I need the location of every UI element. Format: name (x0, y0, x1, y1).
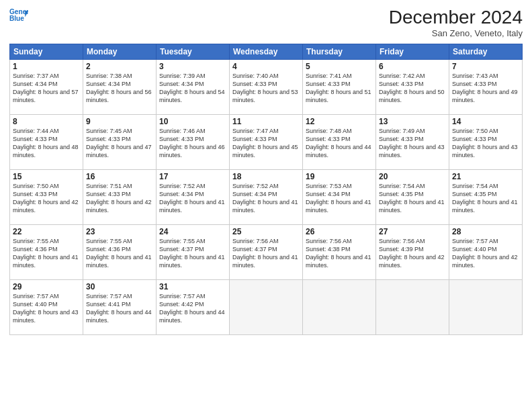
calendar-week-row: 8Sunrise: 7:44 AMSunset: 4:33 PMDaylight… (10, 115, 523, 170)
day-number: 1 (13, 62, 80, 71)
day-number: 24 (159, 227, 226, 236)
day-number: 13 (379, 117, 446, 126)
logo-icon: General Blue (9, 7, 28, 26)
calendar-day: 16Sunrise: 7:51 AMSunset: 4:33 PMDayligh… (83, 170, 157, 225)
calendar-day (449, 280, 523, 335)
day-info: Sunrise: 7:44 AMSunset: 4:33 PMDaylight:… (13, 127, 80, 160)
calendar-day: 24Sunrise: 7:55 AMSunset: 4:37 PMDayligh… (157, 225, 230, 280)
day-number: 31 (159, 282, 226, 291)
day-number: 23 (86, 227, 153, 236)
calendar-day: 31Sunrise: 7:57 AMSunset: 4:42 PMDayligh… (157, 280, 230, 335)
calendar-header-row: SundayMondayTuesdayWednesdayThursdayFrid… (10, 44, 523, 60)
day-number: 18 (232, 172, 300, 181)
calendar-day: 27Sunrise: 7:56 AMSunset: 4:39 PMDayligh… (376, 225, 449, 280)
calendar-day: 22Sunrise: 7:55 AMSunset: 4:36 PMDayligh… (10, 225, 83, 280)
day-info: Sunrise: 7:47 AMSunset: 4:33 PMDaylight:… (232, 127, 300, 160)
day-info: Sunrise: 7:40 AMSunset: 4:33 PMDaylight:… (232, 72, 300, 105)
calendar-week-row: 15Sunrise: 7:50 AMSunset: 4:33 PMDayligh… (10, 170, 523, 225)
day-info: Sunrise: 7:55 AMSunset: 4:36 PMDaylight:… (86, 237, 153, 270)
calendar-day: 3Sunrise: 7:39 AMSunset: 4:34 PMDaylight… (157, 60, 230, 115)
page: General Blue December 2024 San Zeno, Ven… (0, 0, 532, 411)
day-info: Sunrise: 7:54 AMSunset: 4:35 PMDaylight:… (452, 182, 519, 215)
calendar-day (230, 280, 303, 335)
day-of-week-header: Friday (376, 44, 449, 60)
calendar-day: 12Sunrise: 7:48 AMSunset: 4:33 PMDayligh… (303, 115, 376, 170)
day-info: Sunrise: 7:37 AMSunset: 4:34 PMDaylight:… (13, 72, 80, 105)
calendar-day: 19Sunrise: 7:53 AMSunset: 4:34 PMDayligh… (303, 170, 376, 225)
day-info: Sunrise: 7:46 AMSunset: 4:33 PMDaylight:… (159, 127, 226, 160)
day-number: 25 (232, 227, 300, 236)
day-number: 9 (86, 117, 153, 126)
calendar-day (303, 280, 376, 335)
day-number: 3 (159, 62, 226, 71)
header: General Blue December 2024 San Zeno, Ven… (9, 7, 523, 38)
day-info: Sunrise: 7:52 AMSunset: 4:34 PMDaylight:… (159, 182, 226, 215)
day-number: 8 (13, 117, 80, 126)
day-info: Sunrise: 7:55 AMSunset: 4:37 PMDaylight:… (159, 237, 226, 270)
calendar-day: 7Sunrise: 7:43 AMSunset: 4:33 PMDaylight… (449, 60, 523, 115)
calendar-day: 20Sunrise: 7:54 AMSunset: 4:35 PMDayligh… (376, 170, 449, 225)
day-number: 6 (379, 62, 446, 71)
calendar-day: 13Sunrise: 7:49 AMSunset: 4:33 PMDayligh… (376, 115, 449, 170)
day-info: Sunrise: 7:45 AMSunset: 4:33 PMDaylight:… (86, 127, 153, 160)
day-number: 10 (159, 117, 226, 126)
calendar-day: 1Sunrise: 7:37 AMSunset: 4:34 PMDaylight… (10, 60, 83, 115)
day-info: Sunrise: 7:55 AMSunset: 4:36 PMDaylight:… (13, 237, 80, 270)
day-info: Sunrise: 7:42 AMSunset: 4:33 PMDaylight:… (379, 72, 446, 105)
day-of-week-header: Monday (83, 44, 157, 60)
calendar-week-row: 1Sunrise: 7:37 AMSunset: 4:34 PMDaylight… (10, 60, 523, 115)
day-number: 17 (159, 172, 226, 181)
day-number: 20 (379, 172, 446, 181)
day-info: Sunrise: 7:39 AMSunset: 4:34 PMDaylight:… (159, 72, 226, 105)
calendar-day: 15Sunrise: 7:50 AMSunset: 4:33 PMDayligh… (10, 170, 83, 225)
day-number: 12 (306, 117, 373, 126)
calendar-day: 5Sunrise: 7:41 AMSunset: 4:33 PMDaylight… (303, 60, 376, 115)
day-number: 19 (306, 172, 373, 181)
day-of-week-header: Thursday (303, 44, 376, 60)
day-info: Sunrise: 7:52 AMSunset: 4:34 PMDaylight:… (232, 182, 300, 215)
calendar-day: 6Sunrise: 7:42 AMSunset: 4:33 PMDaylight… (376, 60, 449, 115)
day-info: Sunrise: 7:48 AMSunset: 4:33 PMDaylight:… (306, 127, 373, 160)
day-number: 16 (86, 172, 153, 181)
day-info: Sunrise: 7:57 AMSunset: 4:42 PMDaylight:… (159, 292, 226, 325)
calendar-week-row: 29Sunrise: 7:57 AMSunset: 4:40 PMDayligh… (10, 280, 523, 335)
day-number: 28 (452, 227, 519, 236)
calendar-day: 11Sunrise: 7:47 AMSunset: 4:33 PMDayligh… (230, 115, 303, 170)
day-info: Sunrise: 7:51 AMSunset: 4:33 PMDaylight:… (86, 182, 153, 215)
calendar-day: 28Sunrise: 7:57 AMSunset: 4:40 PMDayligh… (449, 225, 523, 280)
day-info: Sunrise: 7:56 AMSunset: 4:38 PMDaylight:… (306, 237, 373, 270)
svg-text:Blue: Blue (9, 15, 24, 22)
day-number: 22 (13, 227, 80, 236)
day-number: 14 (452, 117, 519, 126)
calendar-week-row: 22Sunrise: 7:55 AMSunset: 4:36 PMDayligh… (10, 225, 523, 280)
day-of-week-header: Tuesday (157, 44, 230, 60)
day-info: Sunrise: 7:41 AMSunset: 4:33 PMDaylight:… (306, 72, 373, 105)
day-info: Sunrise: 7:49 AMSunset: 4:33 PMDaylight:… (379, 127, 446, 160)
day-number: 26 (306, 227, 373, 236)
calendar-day: 14Sunrise: 7:50 AMSunset: 4:33 PMDayligh… (449, 115, 523, 170)
day-number: 29 (13, 282, 80, 291)
calendar-day (376, 280, 449, 335)
title-block: December 2024 San Zeno, Veneto, Italy (389, 7, 523, 38)
calendar-day: 8Sunrise: 7:44 AMSunset: 4:33 PMDaylight… (10, 115, 83, 170)
calendar-day: 21Sunrise: 7:54 AMSunset: 4:35 PMDayligh… (449, 170, 523, 225)
logo: General Blue (9, 7, 28, 26)
day-info: Sunrise: 7:53 AMSunset: 4:34 PMDaylight:… (306, 182, 373, 215)
calendar-day: 23Sunrise: 7:55 AMSunset: 4:36 PMDayligh… (83, 225, 157, 280)
calendar-day: 9Sunrise: 7:45 AMSunset: 4:33 PMDaylight… (83, 115, 157, 170)
day-of-week-header: Saturday (449, 44, 523, 60)
calendar-day: 18Sunrise: 7:52 AMSunset: 4:34 PMDayligh… (230, 170, 303, 225)
day-number: 4 (232, 62, 300, 71)
day-info: Sunrise: 7:38 AMSunset: 4:34 PMDaylight:… (86, 72, 153, 105)
calendar-day: 30Sunrise: 7:57 AMSunset: 4:41 PMDayligh… (83, 280, 157, 335)
day-number: 30 (86, 282, 153, 291)
day-info: Sunrise: 7:50 AMSunset: 4:33 PMDaylight:… (13, 182, 80, 215)
calendar-day: 25Sunrise: 7:56 AMSunset: 4:37 PMDayligh… (230, 225, 303, 280)
day-number: 15 (13, 172, 80, 181)
day-number: 5 (306, 62, 373, 71)
day-info: Sunrise: 7:43 AMSunset: 4:33 PMDaylight:… (452, 72, 519, 105)
calendar-day: 29Sunrise: 7:57 AMSunset: 4:40 PMDayligh… (10, 280, 83, 335)
calendar-table: SundayMondayTuesdayWednesdayThursdayFrid… (9, 44, 523, 335)
day-info: Sunrise: 7:57 AMSunset: 4:40 PMDaylight:… (13, 292, 80, 325)
day-of-week-header: Wednesday (230, 44, 303, 60)
